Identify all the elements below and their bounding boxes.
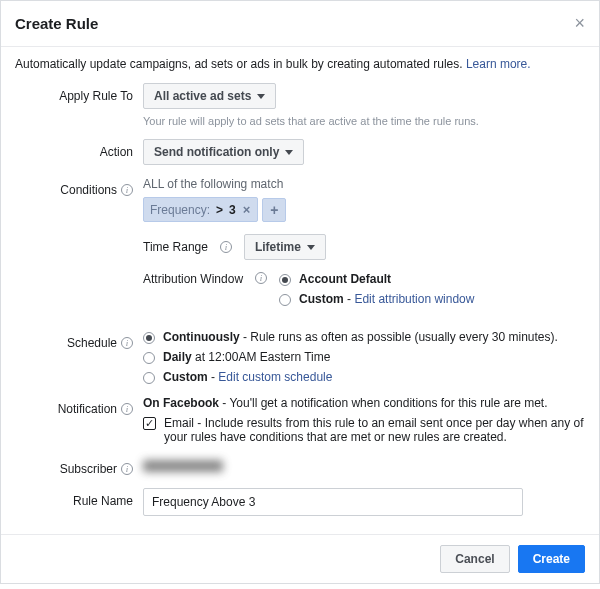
info-icon[interactable]: i xyxy=(121,403,133,415)
modal-header: Create Rule × xyxy=(1,1,599,47)
rule-name-row: Rule Name xyxy=(15,488,585,516)
modal-footer: Cancel Create xyxy=(1,534,599,583)
intro-description: Automatically update campaigns, ad sets … xyxy=(15,57,466,71)
condition-chip-value: 3 xyxy=(229,203,236,217)
attribution-default-option[interactable]: Account Default xyxy=(279,272,474,286)
notification-email-label: Email xyxy=(164,416,194,430)
schedule-custom-option[interactable]: Custom - Edit custom schedule xyxy=(143,370,585,384)
subscriber-value-redacted xyxy=(143,460,223,472)
schedule-row: Schedule i Continuously - Rule runs as o… xyxy=(15,330,585,384)
action-dropdown[interactable]: Send notification only xyxy=(143,139,304,165)
info-icon[interactable]: i xyxy=(121,337,133,349)
chevron-down-icon xyxy=(257,94,265,99)
apply-rule-to-row: Apply Rule To All active ad sets Your ru… xyxy=(15,83,585,127)
notification-facebook-text: On Facebook - You'll get a notification … xyxy=(143,396,585,410)
notification-email-option[interactable]: Email - Include results from this rule t… xyxy=(143,416,585,444)
attribution-window-row: Attribution Window i Account Default Cus… xyxy=(143,272,585,306)
subscriber-row: Subscriber i xyxy=(15,456,585,476)
remove-condition-icon[interactable]: × xyxy=(242,202,252,217)
apply-rule-to-hint: Your rule will apply to ad sets that are… xyxy=(143,115,585,127)
time-range-dropdown[interactable]: Lifetime xyxy=(244,234,326,260)
schedule-continuously-option[interactable]: Continuously - Rule runs as often as pos… xyxy=(143,330,585,344)
create-button[interactable]: Create xyxy=(518,545,585,573)
notification-label: Notification xyxy=(58,402,117,416)
modal-body: Automatically update campaigns, ad sets … xyxy=(1,47,599,534)
conditions-row: Conditions i ALL of the following match … xyxy=(15,177,585,318)
rule-name-input[interactable] xyxy=(143,488,523,516)
apply-rule-to-value: All active ad sets xyxy=(154,89,251,103)
conditions-label: Conditions xyxy=(60,183,117,197)
action-label: Action xyxy=(15,139,143,159)
apply-rule-to-dropdown[interactable]: All active ad sets xyxy=(143,83,276,109)
info-icon[interactable]: i xyxy=(255,272,267,284)
attribution-window-label: Attribution Window xyxy=(143,272,243,286)
time-range-label: Time Range xyxy=(143,240,208,254)
schedule-label: Schedule xyxy=(67,336,117,350)
condition-chip-operator: > xyxy=(216,203,223,217)
conditions-header: ALL of the following match xyxy=(143,177,585,191)
radio-unchecked-icon xyxy=(143,372,155,384)
info-icon[interactable]: i xyxy=(121,184,133,196)
radio-unchecked-icon xyxy=(143,352,155,364)
attribution-custom-option[interactable]: Custom - Edit attribution window xyxy=(279,292,474,306)
schedule-daily-option[interactable]: Daily at 12:00AM Eastern Time xyxy=(143,350,585,364)
learn-more-link[interactable]: Learn more. xyxy=(466,57,531,71)
checkbox-checked-icon xyxy=(143,417,156,430)
radio-checked-icon xyxy=(143,332,155,344)
time-range-value: Lifetime xyxy=(255,240,301,254)
modal-title: Create Rule xyxy=(15,15,98,32)
close-icon[interactable]: × xyxy=(574,13,585,34)
action-value: Send notification only xyxy=(154,145,279,159)
add-condition-button[interactable]: + xyxy=(262,198,286,222)
time-range-row: Time Range i Lifetime xyxy=(143,234,585,260)
apply-rule-to-label: Apply Rule To xyxy=(15,83,143,103)
schedule-continuously-label: Continuously xyxy=(163,330,240,344)
cancel-button[interactable]: Cancel xyxy=(440,545,509,573)
edit-custom-schedule-link[interactable]: Edit custom schedule xyxy=(218,370,332,384)
edit-attribution-window-link[interactable]: Edit attribution window xyxy=(354,292,474,306)
create-rule-modal: Create Rule × Automatically update campa… xyxy=(0,0,600,584)
chevron-down-icon xyxy=(307,245,315,250)
condition-chip-frequency[interactable]: Frequency: > 3 × xyxy=(143,197,258,222)
attribution-custom-label: Custom xyxy=(299,292,344,306)
radio-unchecked-icon xyxy=(279,294,291,306)
chevron-down-icon xyxy=(285,150,293,155)
subscriber-label: Subscriber xyxy=(60,462,117,476)
info-icon[interactable]: i xyxy=(220,241,232,253)
action-row: Action Send notification only xyxy=(15,139,585,165)
rule-name-label: Rule Name xyxy=(15,488,143,508)
notification-row: Notification i On Facebook - You'll get … xyxy=(15,396,585,444)
radio-checked-icon xyxy=(279,274,291,286)
schedule-custom-label: Custom xyxy=(163,370,208,384)
attribution-default-label: Account Default xyxy=(299,272,391,286)
info-icon[interactable]: i xyxy=(121,463,133,475)
schedule-daily-label: Daily xyxy=(163,350,192,364)
condition-chip-label: Frequency: xyxy=(150,203,210,217)
intro-text: Automatically update campaigns, ad sets … xyxy=(15,57,585,71)
notification-facebook-label: On Facebook xyxy=(143,396,219,410)
